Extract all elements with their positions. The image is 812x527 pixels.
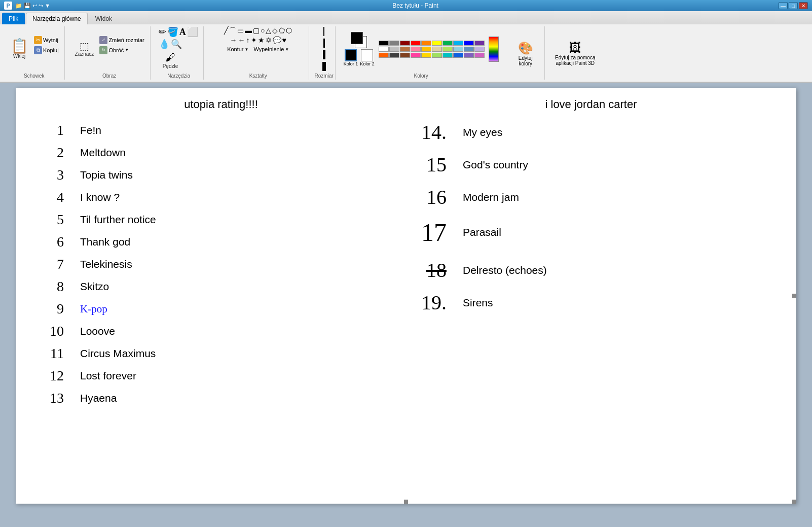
rnum-14: 14.	[411, 122, 447, 143]
swatch-red[interactable]	[411, 41, 421, 46]
canvas-bottom-handle[interactable]	[404, 500, 408, 504]
curve-icon[interactable]: ⌒	[229, 26, 236, 36]
swatch-brown[interactable]	[400, 47, 410, 52]
swatch-gray[interactable]	[389, 41, 399, 46]
swatch-silver[interactable]	[389, 47, 399, 52]
list-item-10: 10 Looove	[36, 323, 401, 339]
line-thick[interactable]	[323, 50, 325, 59]
group-schowek: 📋 Wklej ✂ Wytnij ⧉ Kopiuj Schowek	[4, 26, 65, 80]
window-title: Bez tytułu - Paint	[55, 2, 776, 9]
kolor2-swatch[interactable]	[361, 49, 373, 61]
minimize-btn[interactable]: —	[779, 2, 788, 9]
pedzle-button[interactable]: 🖌 Pędzle	[161, 51, 180, 70]
heart-icon[interactable]: ♥	[282, 36, 286, 44]
paint3d-icon: 🖼	[569, 41, 581, 55]
list-item-4: 4 I know ?	[36, 189, 401, 205]
text-icon[interactable]: A	[179, 27, 186, 38]
star6-icon[interactable]: ✡	[266, 36, 272, 44]
pentagon-icon[interactable]: ⬠	[279, 26, 285, 36]
color-labels: Kolor 1 Kolor 2	[344, 49, 375, 66]
wklej-button[interactable]: 📋 Wklej	[8, 38, 30, 60]
canvas-right-handle[interactable]	[792, 294, 796, 298]
line-medium[interactable]	[323, 39, 325, 48]
swatch-r1c2[interactable]	[389, 53, 399, 58]
swatch-amber[interactable]	[421, 47, 431, 52]
tab-plik[interactable]: Plik	[2, 13, 25, 24]
ksztalty-label: Kształty	[208, 73, 309, 79]
ellipse-icon[interactable]: ○	[261, 26, 265, 36]
line-xthick[interactable]	[322, 62, 326, 71]
swatch-r1c9[interactable]	[464, 53, 474, 58]
rainbow-section	[489, 37, 499, 62]
eyedropper-icon[interactable]: 💧	[159, 39, 170, 50]
eraser-icon[interactable]: ⬜	[187, 26, 198, 38]
schowek-content: 📋 Wklej ✂ Wytnij ⧉ Kopiuj	[8, 26, 60, 80]
list-container: 1 Fe!n 2 Meltdown 3 Topia twins 4 I know…	[36, 116, 776, 412]
quick-access: 📁 💾 ↩ ↪ ▼	[15, 3, 50, 9]
zaznacz-button[interactable]: ⬚ Zaznacz	[73, 40, 96, 58]
line-thin[interactable]	[323, 27, 324, 36]
swatch-white[interactable]	[379, 47, 389, 52]
swatch-wheat[interactable]	[432, 47, 442, 52]
swatch-r1c6[interactable]	[432, 53, 442, 58]
close-btn[interactable]: ✕	[799, 2, 808, 9]
swatch-black[interactable]	[379, 41, 389, 46]
triangle-icon[interactable]: △	[266, 26, 271, 36]
wytnij-button[interactable]: ✂ Wytnij	[32, 36, 60, 45]
diamond-icon[interactable]: ◇	[272, 26, 278, 36]
obrot-button[interactable]: ↻ Obróć ▼	[98, 46, 145, 55]
round-rect-icon[interactable]: ▢	[253, 26, 260, 36]
select-icon: ⬚	[80, 41, 89, 51]
swatch-darkred[interactable]	[400, 41, 410, 46]
swatch-lavender[interactable]	[474, 47, 485, 52]
kontur-button[interactable]: Kontur ▼	[226, 46, 250, 53]
swatch-r1c1[interactable]	[379, 53, 389, 58]
pencil-icon[interactable]: ✏	[159, 26, 166, 38]
zmien-rozmiar-button[interactable]: ⤢ Zmień rozmiar	[98, 36, 145, 45]
swatch-purple[interactable]	[474, 41, 485, 46]
swatch-lime[interactable]	[442, 47, 453, 52]
swatch-sky[interactable]	[453, 47, 463, 52]
star5-icon[interactable]: ★	[258, 36, 265, 44]
swatch-r1c10[interactable]	[474, 53, 485, 58]
kolor1-swatch[interactable]	[345, 49, 357, 61]
canvas[interactable]: utopia rating!!!! i love jordan carter 1…	[16, 88, 796, 504]
num-1: 1	[36, 122, 64, 138]
arrow-left-icon[interactable]: ←	[238, 36, 245, 44]
text-9: K-pop	[80, 303, 107, 315]
tab-widok[interactable]: Widok	[89, 13, 119, 24]
rect-fill-icon[interactable]: ▬	[245, 26, 252, 36]
rnum-16: 16	[411, 187, 447, 207]
wypelnienie-button[interactable]: Wypełnienie ▼	[252, 46, 290, 53]
swatch-r1c4[interactable]	[411, 53, 421, 58]
fill-icon[interactable]: 🪣	[167, 26, 178, 38]
star4-icon[interactable]: ✦	[251, 36, 257, 44]
swatch-darkblue[interactable]	[464, 41, 474, 46]
swatch-green[interactable]	[442, 41, 453, 46]
arrow-up-icon[interactable]: ↑	[246, 36, 250, 44]
kopiuj-button[interactable]: ⧉ Kopiuj	[32, 46, 60, 55]
pedzle-label: Pędzle	[163, 63, 178, 69]
swatch-r1c3[interactable]	[400, 53, 410, 58]
swatch-yellow[interactable]	[432, 41, 442, 46]
swatch-r1c8[interactable]	[453, 53, 463, 58]
rainbow-picker[interactable]	[489, 37, 499, 62]
line-icon[interactable]: ╱	[224, 26, 228, 36]
swatch-r1c7[interactable]	[442, 53, 453, 58]
edytuj-kolory-button[interactable]: 🎨 Edytuj kolory	[511, 40, 540, 66]
magnify-icon[interactable]: 🔍	[171, 39, 182, 50]
paint3d-button[interactable]: 🖼 Edytuj za pomocą aplikacji Paint 3D	[553, 40, 598, 67]
swatch-r1c5[interactable]	[421, 53, 431, 58]
swatch-blue[interactable]	[453, 41, 463, 46]
rect-icon[interactable]: ▭	[237, 26, 244, 36]
kontur-wypelnienie: Kontur ▼ Wypełnienie ▼	[226, 46, 290, 53]
canvas-resize-handle[interactable]	[792, 500, 796, 504]
hexagon-icon[interactable]: ⬡	[286, 26, 292, 36]
swatch-steel[interactable]	[464, 47, 474, 52]
swatch-orange[interactable]	[421, 41, 431, 46]
tab-narzedzia[interactable]: Narzędzia główne	[26, 13, 87, 24]
swatch-pink[interactable]	[411, 47, 421, 52]
maximize-btn[interactable]: □	[789, 2, 798, 9]
callout-icon[interactable]: 💬	[273, 36, 281, 44]
arrow-right-icon[interactable]: →	[230, 36, 237, 44]
